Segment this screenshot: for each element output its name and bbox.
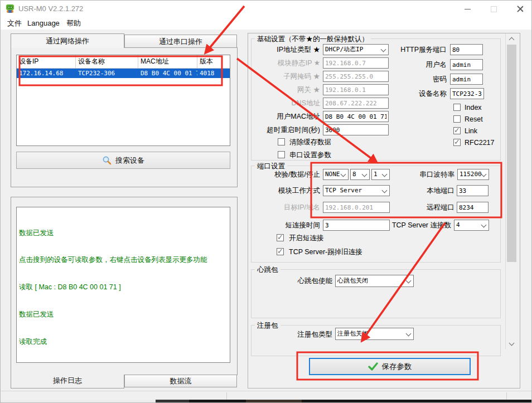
short-conn-time-label: 短连接时间 (252, 220, 320, 231)
device-list[interactable]: 设备IP 设备名称 MAC地址 版本 172.16.14.68 TCP232-3… (16, 55, 230, 146)
parity-data-stop-label: 校验/数据/停止 (252, 169, 320, 180)
short-conn-checkbox[interactable] (277, 234, 284, 241)
background-strip (1, 400, 531, 403)
log-line: 数据已发送 (19, 310, 229, 319)
gateway-field[interactable] (323, 84, 389, 95)
column-header-version[interactable]: 版本 (197, 55, 230, 68)
heartbeat-value: 心跳包关闭 (336, 275, 413, 287)
clear-cache-label: 清除缓存数据 (289, 138, 331, 147)
close-button[interactable] (507, 1, 532, 17)
reset-checkbox[interactable] (453, 115, 461, 123)
column-header-device-name[interactable]: 设备名称 (76, 55, 138, 68)
application-window: USR-M0 V2.2.1.272 文件 Language 帮助 通过网络操作 … (0, 0, 532, 403)
chevron-down-icon (509, 340, 515, 346)
background-window-edge (156, 400, 532, 403)
heartbeat-select[interactable]: 心跳包关闭 (335, 275, 414, 287)
local-port-field[interactable] (457, 185, 489, 196)
status-divider (506, 392, 507, 400)
tcp-connections-select[interactable]: 4 (454, 220, 489, 231)
search-device-button[interactable]: 搜索设备 (16, 152, 230, 169)
serial-params-checkbox[interactable] (278, 151, 285, 158)
work-mode-label: 模块工作方式 (252, 185, 320, 196)
kick-old-checkbox[interactable] (277, 248, 284, 255)
log-listbox[interactable]: 数据已发送 点击搜到的设备可读取参数，右键点击设备列表显示更多功能 读取 [ M… (16, 207, 230, 363)
device-mac-cell: D8 B0 4C 00 01 71 (138, 69, 197, 78)
menu-help[interactable]: 帮助 (63, 17, 84, 30)
settings-scrollbar[interactable] (505, 33, 518, 349)
rfc2217-label: RFC2217 (465, 138, 495, 147)
work-mode-select[interactable]: TCP Server (323, 185, 390, 196)
menu-bar: 文件 Language 帮助 (1, 17, 531, 30)
log-line: 点击搜到的设备可读取参数，右键点击设备列表显示更多功能 (19, 255, 229, 264)
tab-network-operation[interactable]: 通过网络操作 (11, 33, 124, 48)
parity-select[interactable]: NONE (323, 169, 349, 180)
dns-label: DNS地址 (252, 98, 320, 109)
base-settings-title: 基础设置（不带★的一般保持默认） (255, 35, 371, 44)
menu-file[interactable]: 文件 (4, 17, 25, 30)
minimize-button[interactable] (455, 1, 480, 17)
reboot-time-field[interactable] (323, 124, 389, 135)
databits-select[interactable]: 8 (350, 169, 370, 180)
title-bar: USR-M0 V2.2.1.272 (1, 1, 531, 17)
local-port-label: 本地端口 (391, 185, 454, 196)
target-ip-field[interactable] (323, 202, 390, 213)
device-version-cell: 4018 (197, 69, 230, 78)
heartbeat-enable-label: 心跳包使能 (263, 275, 332, 287)
link-label: Link (465, 127, 477, 135)
check-icon (368, 362, 378, 371)
device-name-field[interactable] (450, 88, 484, 99)
tcp-connections-label: TCP Server 连接数 (385, 220, 451, 231)
static-ip-label: 模块静态IP ★ (252, 57, 320, 69)
magnifier-icon (102, 156, 112, 165)
device-list-header: 设备IP 设备名称 MAC地址 版本 (17, 55, 230, 69)
log-line: 读取完成 (19, 337, 229, 346)
work-mode-value: TCP Server (323, 186, 389, 196)
baud-rate-label: 串口波特率 (391, 169, 454, 180)
username-field[interactable] (450, 59, 483, 70)
remote-port-field[interactable] (457, 202, 489, 213)
save-params-button[interactable]: 保存参数 (309, 358, 471, 375)
kick-old-label: TCP Server-踢掉旧连接 (289, 247, 362, 256)
short-conn-label: 开启短连接 (289, 234, 324, 242)
stopbits-select[interactable]: 1 (371, 169, 390, 180)
chevron-up-icon (509, 37, 515, 43)
target-ip-label: 目标IP/域名 (252, 202, 320, 213)
minimize-icon (465, 9, 471, 9)
register-select[interactable]: 注册包关闭 (335, 328, 414, 340)
device-row-selected[interactable]: 172.16.14.68 TCP232-306 D8 B0 4C 00 01 7… (17, 69, 230, 78)
static-ip-field[interactable] (323, 57, 389, 69)
ip-type-select[interactable]: DHCP/动态IP (323, 44, 389, 55)
subnet-mask-field[interactable] (323, 71, 389, 82)
scrollbar-thumb[interactable] (507, 45, 516, 262)
maximize-button[interactable] (481, 1, 506, 17)
menu-language[interactable]: Language (24, 17, 63, 30)
ip-type-value: DHCP/动态IP (323, 45, 388, 55)
scroll-up-button[interactable] (507, 34, 516, 43)
link-checkbox[interactable] (453, 127, 461, 134)
index-checkbox[interactable] (453, 104, 461, 111)
reboot-time-label: 超时重启时间(秒) (252, 124, 320, 135)
column-header-mac[interactable]: MAC地址 (138, 55, 197, 68)
serial-params-label: 串口设置参数 (289, 150, 331, 159)
ip-type-label: IP地址类型 ★ (252, 44, 320, 55)
password-field[interactable] (450, 74, 483, 85)
reset-label: Reset (465, 115, 483, 124)
scroll-down-button[interactable] (507, 339, 516, 348)
index-label: Index (465, 103, 482, 112)
remote-port-label: 远程端口 (391, 202, 454, 213)
user-mac-field[interactable] (323, 111, 389, 122)
log-lines: 数据已发送 点击搜到的设备可读取参数，右键点击设备列表显示更多功能 读取 [ M… (19, 210, 229, 363)
rfc2217-checkbox[interactable] (453, 139, 461, 146)
clear-cache-checkbox[interactable] (278, 138, 285, 145)
dns-field[interactable] (323, 98, 389, 109)
tab-operation-log[interactable]: 操作日志 (11, 375, 124, 389)
short-conn-time-field[interactable] (323, 220, 390, 231)
heartbeat-title: 心跳包 (255, 265, 280, 275)
tab-data-stream[interactable]: 数据流 (124, 375, 237, 387)
baud-rate-select[interactable]: 115200 (457, 169, 489, 180)
column-header-device-ip[interactable]: 设备IP (17, 55, 76, 68)
http-port-label: HTTP服务端口 (385, 44, 447, 55)
user-mac-label: 用户MAC地址 (252, 111, 320, 122)
tab-serial-operation[interactable]: 通过串口操作 (124, 35, 237, 48)
http-port-field[interactable] (450, 44, 483, 55)
